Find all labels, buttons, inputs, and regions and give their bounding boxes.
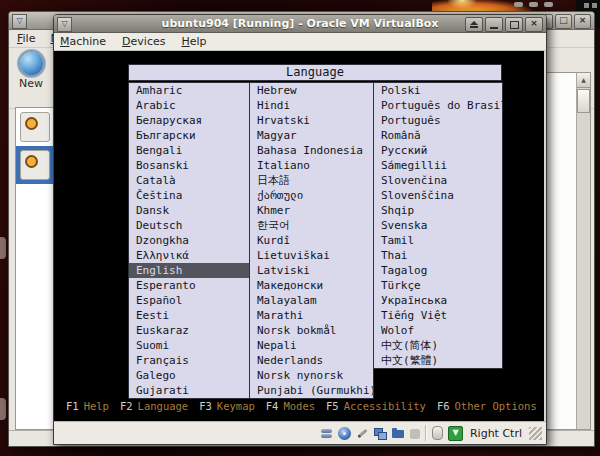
language-option[interactable]: 中文(简体) bbox=[374, 338, 502, 353]
language-option[interactable]: 日本語 bbox=[250, 173, 373, 188]
panel-indicator-dots bbox=[514, 2, 553, 7]
language-option[interactable]: Norsk nynorsk bbox=[250, 368, 373, 383]
function-key-hint: F3Keymap bbox=[199, 400, 255, 412]
function-key-hint: F4Modes bbox=[266, 400, 315, 412]
language-option[interactable]: Português do Brasil bbox=[374, 98, 502, 113]
language-option[interactable]: Kurdî bbox=[250, 233, 373, 248]
language-option[interactable]: Nederlands bbox=[250, 353, 373, 368]
language-option[interactable]: English bbox=[129, 263, 249, 278]
vm-menubar: Machine Devices Help bbox=[54, 33, 546, 51]
language-option[interactable]: Română bbox=[374, 128, 502, 143]
function-key-hint: F6Other Options bbox=[437, 400, 537, 412]
language-option[interactable]: Tagalog bbox=[374, 263, 502, 278]
language-option[interactable]: Bosanski bbox=[129, 158, 249, 173]
language-option[interactable]: Ελληνικά bbox=[129, 248, 249, 263]
language-option[interactable]: Hebrew bbox=[250, 83, 373, 98]
language-option[interactable]: Marathi bbox=[250, 308, 373, 323]
details-scrollbar[interactable]: ▲ bbox=[576, 73, 590, 429]
language-option[interactable]: Polski bbox=[374, 83, 502, 98]
language-option[interactable]: Dansk bbox=[129, 203, 249, 218]
language-option[interactable]: Arabic bbox=[129, 98, 249, 113]
resize-grip[interactable] bbox=[529, 427, 542, 440]
language-option[interactable]: Беларуская bbox=[129, 113, 249, 128]
language-option[interactable]: Čeština bbox=[129, 188, 249, 203]
vm-menu-machine[interactable]: Machine bbox=[60, 35, 106, 48]
language-option[interactable]: Svenska bbox=[374, 218, 502, 233]
language-option[interactable]: Khmer bbox=[250, 203, 373, 218]
vm-system-menu-icon[interactable]: ▽ bbox=[57, 17, 72, 32]
language-option[interactable]: Tamil bbox=[374, 233, 502, 248]
language-option[interactable]: Magyar bbox=[250, 128, 373, 143]
language-option[interactable]: Tiếng Việt bbox=[374, 308, 502, 323]
scrollbar-up-arrow-icon[interactable]: ▲ bbox=[577, 73, 590, 88]
vm-maximize-button[interactable] bbox=[505, 17, 523, 32]
vm-menu-devices[interactable]: Devices bbox=[122, 35, 165, 48]
vm-minimize-button[interactable] bbox=[485, 17, 503, 32]
vm-titlebar[interactable]: ▽ ubuntu904 [Running] - Oracle VM Virtua… bbox=[54, 15, 546, 33]
language-option[interactable]: Punjabi (Gurmukhi) bbox=[250, 383, 373, 398]
language-option[interactable]: Norsk bokmål bbox=[250, 323, 373, 338]
language-option[interactable]: Slovenčina bbox=[374, 173, 502, 188]
language-option[interactable]: Thai bbox=[374, 248, 502, 263]
language-option[interactable]: Amharic bbox=[129, 83, 249, 98]
language-option[interactable]: 中文(繁體) bbox=[374, 353, 502, 368]
language-option[interactable]: Italiano bbox=[250, 158, 373, 173]
language-option[interactable]: Sámegillii bbox=[374, 158, 502, 173]
language-option[interactable]: Bengali bbox=[129, 143, 249, 158]
vm-menu-help[interactable]: Help bbox=[181, 35, 206, 48]
language-option[interactable]: Gujarati bbox=[129, 383, 249, 398]
host-key-state-icon: ▼ bbox=[448, 426, 463, 441]
language-option[interactable]: Türkçe bbox=[374, 278, 502, 293]
language-option[interactable]: Malayalam bbox=[250, 293, 373, 308]
language-option[interactable]: Lietuviškai bbox=[250, 248, 373, 263]
manager-system-menu-icon[interactable]: ▽ bbox=[12, 14, 27, 29]
language-option[interactable]: Latviski bbox=[250, 263, 373, 278]
language-option[interactable]: Deutsch bbox=[129, 218, 249, 233]
new-vm-button[interactable]: New bbox=[19, 52, 43, 90]
manager-menu-file[interactable]: File bbox=[17, 32, 35, 45]
vm-statusbar: ▼ Right Ctrl bbox=[54, 421, 546, 444]
shared-folders-icon[interactable] bbox=[392, 427, 405, 440]
language-option[interactable]: Hindi bbox=[250, 98, 373, 113]
cd-rom-icon[interactable] bbox=[338, 427, 351, 440]
manager-close-button[interactable]: × bbox=[574, 14, 591, 29]
language-option[interactable]: Українська bbox=[374, 293, 502, 308]
language-option[interactable]: Bahasa Indonesia bbox=[250, 143, 373, 158]
function-key-hint: F1Help bbox=[66, 400, 109, 412]
function-key-bar: F1HelpF2LanguageF3KeymapF4ModesF5Accessi… bbox=[66, 400, 536, 412]
vm-guest-screen[interactable]: Language AmharicArabicБеларускаяБългарск… bbox=[54, 51, 544, 421]
language-option[interactable]: Русский bbox=[374, 143, 502, 158]
language-option[interactable]: Português bbox=[374, 113, 502, 128]
language-option[interactable]: Esperanto bbox=[129, 278, 249, 293]
minimize-icon bbox=[490, 27, 498, 29]
vm-shade-button[interactable] bbox=[465, 17, 483, 32]
language-option[interactable]: Català bbox=[129, 173, 249, 188]
eject-icon bbox=[470, 21, 478, 25]
hard-disk-icon[interactable] bbox=[320, 427, 333, 440]
language-option[interactable]: Български bbox=[129, 128, 249, 143]
language-option[interactable]: Македонски bbox=[250, 278, 373, 293]
vm-os-icon bbox=[20, 150, 50, 180]
language-option[interactable]: Suomi bbox=[129, 338, 249, 353]
usb-disabled-icon bbox=[410, 429, 420, 439]
language-option[interactable]: Nepali bbox=[250, 338, 373, 353]
manager-maximize-button[interactable]: □ bbox=[555, 14, 572, 29]
language-option[interactable]: Dzongkha bbox=[129, 233, 249, 248]
language-option[interactable]: Español bbox=[129, 293, 249, 308]
language-option[interactable]: Shqip bbox=[374, 203, 502, 218]
language-option[interactable]: Eesti bbox=[129, 308, 249, 323]
language-option[interactable]: Galego bbox=[129, 368, 249, 383]
vm-window: ▽ ubuntu904 [Running] - Oracle VM Virtua… bbox=[53, 14, 547, 445]
network-adapters-icon[interactable] bbox=[374, 427, 387, 440]
language-option[interactable]: Hrvatski bbox=[250, 113, 373, 128]
language-option[interactable]: Slovenščina bbox=[374, 188, 502, 203]
language-option[interactable]: ქართული bbox=[250, 188, 373, 203]
language-option[interactable]: Français bbox=[129, 353, 249, 368]
language-option[interactable]: 한국어 bbox=[250, 218, 373, 233]
language-option[interactable]: Euskaraz bbox=[129, 323, 249, 338]
language-option[interactable]: Wolof bbox=[374, 323, 502, 338]
host-key-label: Right Ctrl bbox=[470, 427, 522, 440]
scrollbar-thumb[interactable] bbox=[577, 89, 590, 113]
vm-close-button[interactable]: × bbox=[525, 17, 543, 32]
usb-devices-icon[interactable] bbox=[356, 427, 369, 440]
